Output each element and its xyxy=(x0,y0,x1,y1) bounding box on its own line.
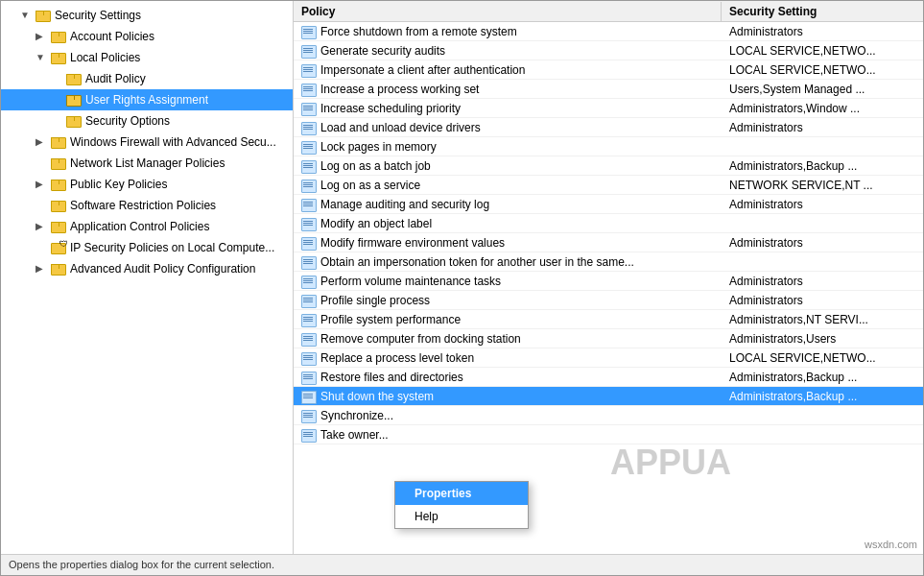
list-row[interactable]: Manage auditing and security logAdminist… xyxy=(294,195,923,214)
list-row[interactable]: Modify an object label xyxy=(294,214,923,233)
tree-item-ip-security[interactable]: ▶ IP Security Policies on Local Compute.… xyxy=(1,237,293,258)
advanced-audit-icon xyxy=(51,262,66,276)
list-row[interactable]: Profile single processAdministrators xyxy=(294,291,923,310)
row-policy-text: Profile system performance xyxy=(320,313,461,326)
row-setting-text: Users,System Managed ... xyxy=(722,81,923,98)
row-policy-text: Impersonate a client after authenticatio… xyxy=(320,63,525,77)
row-policy-text: Manage auditing and security log xyxy=(320,198,489,211)
context-menu: Properties Help xyxy=(394,481,529,529)
row-setting-text xyxy=(722,222,923,226)
row-setting-text: Administrators,NT SERVI... xyxy=(722,311,923,328)
arrow-public-key: ▶ xyxy=(36,176,51,193)
row-icon xyxy=(301,351,317,365)
list-row[interactable]: Synchronize... xyxy=(294,406,923,425)
tree-item-network-list[interactable]: ▶ Network List Manager Policies xyxy=(1,153,293,174)
row-policy-text: Profile single process xyxy=(320,294,430,307)
tree-item-public-key-label: Public Key Policies xyxy=(70,176,167,193)
list-row[interactable]: Load and unload device driversAdministra… xyxy=(294,118,923,137)
arrow-windows-firewall: ▶ xyxy=(36,133,51,151)
row-policy-text: Increase a process working set xyxy=(320,83,479,96)
list-row[interactable]: Take owner... xyxy=(294,425,923,444)
list-row[interactable]: Obtain an impersonation token for anothe… xyxy=(294,252,923,272)
row-icon xyxy=(301,390,317,403)
row-icon xyxy=(301,179,317,192)
tree-item-network-list-label: Network List Manager Policies xyxy=(70,155,225,172)
row-setting-text: Administrators xyxy=(722,196,923,213)
row-icon xyxy=(301,255,317,269)
list-row[interactable]: Shut down the systemAdministrators,Backu… xyxy=(294,387,923,406)
tree-item-application-control[interactable]: ▶ Application Control Policies xyxy=(1,216,293,237)
tree-item-advanced-audit[interactable]: ▶ Advanced Audit Policy Configuration xyxy=(1,258,293,279)
row-icon xyxy=(301,25,317,38)
list-header: Policy Security Setting xyxy=(294,1,923,22)
col-policy-header: Policy xyxy=(294,2,722,21)
row-setting-text xyxy=(722,414,923,418)
list-row[interactable]: Perform volume maintenance tasksAdminist… xyxy=(294,272,923,291)
row-setting-text: Administrators xyxy=(722,273,923,290)
list-row[interactable]: Force shutdown from a remote systemAdmin… xyxy=(294,22,923,41)
list-row[interactable]: Remove computer from docking stationAdmi… xyxy=(294,329,923,348)
list-row[interactable]: Increase scheduling priorityAdministrato… xyxy=(294,99,923,118)
row-policy-text: Take owner... xyxy=(320,428,389,442)
row-icon xyxy=(301,428,317,442)
row-icon xyxy=(301,83,317,96)
row-icon xyxy=(301,236,317,250)
tree-item-local-policies-label: Local Policies xyxy=(70,49,140,66)
tree-item-account-policies[interactable]: ▶ Account Policies xyxy=(1,26,293,47)
public-key-icon xyxy=(51,178,66,191)
right-panel: Policy Security Setting Force shutdown f… xyxy=(294,1,923,554)
row-setting-text: Administrators xyxy=(722,292,923,309)
network-list-icon xyxy=(51,156,66,170)
list-row[interactable]: Log on as a serviceNETWORK SERVICE,NT ..… xyxy=(294,176,923,195)
tree-item-ip-security-label: IP Security Policies on Local Compute... xyxy=(70,239,274,256)
row-policy-text: Log on as a batch job xyxy=(320,159,431,173)
tree-item-audit-policy[interactable]: ▶ Audit Policy xyxy=(1,68,293,89)
context-menu-properties[interactable]: Properties xyxy=(395,482,528,505)
tree-item-user-rights[interactable]: ▶ User Rights Assignment xyxy=(1,89,293,110)
row-icon xyxy=(301,63,317,77)
status-text: Opens the properties dialog box for the … xyxy=(9,559,274,570)
row-setting-text: Administrators,Backup ... xyxy=(722,388,923,405)
tree-item-software-restriction-label: Software Restriction Policies xyxy=(70,197,216,214)
list-row[interactable]: Generate security auditsLOCAL SERVICE,NE… xyxy=(294,41,923,60)
tree-item-security-options[interactable]: ▶ Security Options xyxy=(1,110,293,132)
tree-item-account-policies-label: Account Policies xyxy=(70,28,154,45)
tree-item-application-control-label: Application Control Policies xyxy=(70,218,209,235)
row-icon xyxy=(301,140,317,154)
row-setting-text: Administrators,Backup ... xyxy=(722,157,923,175)
list-row[interactable]: Replace a process level tokenLOCAL SERVI… xyxy=(294,348,923,368)
list-row[interactable]: Increase a process working setUsers,Syst… xyxy=(294,80,923,99)
list-row[interactable]: Impersonate a client after authenticatio… xyxy=(294,60,923,80)
tree-item-root[interactable]: ▼ Security Settings xyxy=(1,5,293,26)
local-policies-icon xyxy=(51,51,66,64)
row-policy-text: Load and unload device drivers xyxy=(320,121,481,134)
row-icon xyxy=(301,159,317,173)
row-setting-text xyxy=(722,145,923,149)
list-row[interactable]: Lock pages in memory xyxy=(294,137,923,156)
context-menu-help[interactable]: Help xyxy=(395,505,528,528)
row-icon xyxy=(301,313,317,326)
list-row[interactable]: Modify firmware environment valuesAdmini… xyxy=(294,233,923,252)
windows-firewall-icon xyxy=(51,135,66,149)
security-options-icon xyxy=(66,114,82,128)
row-policy-text: Perform volume maintenance tasks xyxy=(320,275,501,288)
tree-item-windows-firewall[interactable]: ▶ Windows Firewall with Advanced Secu... xyxy=(1,132,293,153)
row-icon xyxy=(301,44,317,58)
arrow-local-policies: ▼ xyxy=(36,49,51,66)
list-body: Force shutdown from a remote systemAdmin… xyxy=(294,22,923,554)
row-policy-text: Synchronize... xyxy=(320,409,393,422)
list-row[interactable]: Log on as a batch jobAdministrators,Back… xyxy=(294,156,923,176)
list-row[interactable]: Profile system performanceAdministrators… xyxy=(294,310,923,329)
tree-item-local-policies[interactable]: ▼ Local Policies xyxy=(1,47,293,68)
row-policy-text: Restore files and directories xyxy=(320,371,463,384)
row-icon xyxy=(301,332,317,346)
status-bar: Opens the properties dialog box for the … xyxy=(1,554,923,575)
list-row[interactable]: Restore files and directoriesAdministrat… xyxy=(294,368,923,387)
tree-item-public-key[interactable]: ▶ Public Key Policies xyxy=(1,174,293,195)
tree-item-security-options-label: Security Options xyxy=(85,112,170,130)
row-icon xyxy=(301,102,317,115)
row-policy-text: Force shutdown from a remote system xyxy=(320,25,517,38)
tree-item-software-restriction[interactable]: ▶ Software Restriction Policies xyxy=(1,195,293,216)
row-policy-text: Log on as a service xyxy=(320,179,420,192)
security-settings-icon xyxy=(36,9,51,22)
